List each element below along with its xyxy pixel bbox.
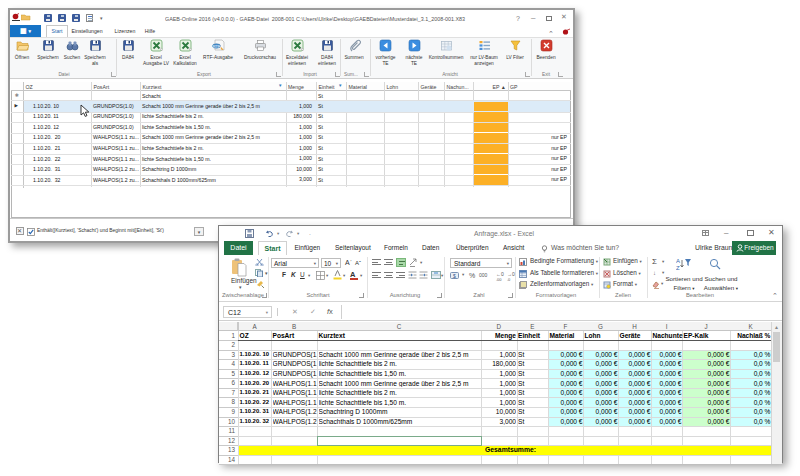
svg-text:RTF: RTF	[212, 44, 220, 49]
svg-text:A: A	[676, 258, 680, 264]
svg-text:$: $	[453, 273, 456, 279]
svg-text:Z: Z	[676, 265, 680, 271]
